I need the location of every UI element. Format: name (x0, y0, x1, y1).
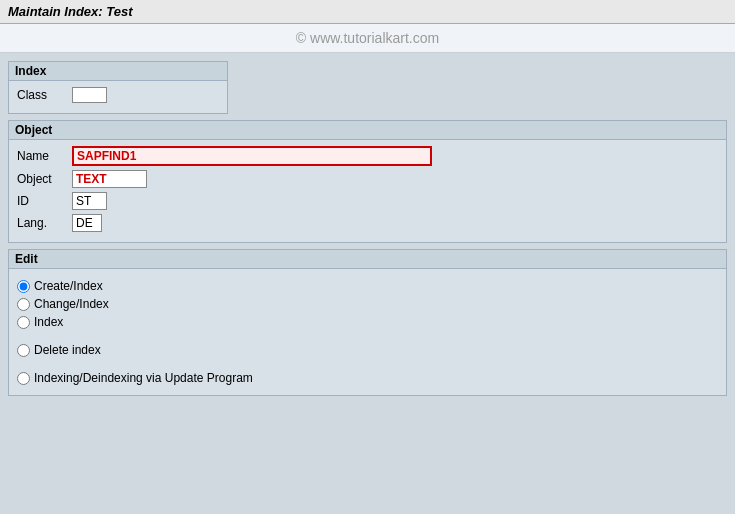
radio-delete-index-input[interactable] (17, 344, 30, 357)
name-label: Name (17, 149, 72, 163)
radio-change-index-label: Change/Index (34, 297, 109, 311)
radio-create-index-input[interactable] (17, 280, 30, 293)
radio-create-index-label: Create/Index (34, 279, 103, 293)
object-section-header: Object (9, 121, 726, 140)
lang-label: Lang. (17, 216, 72, 230)
edit-section: Edit Create/Index Change/Index Index (8, 249, 727, 396)
radio-group-1: Create/Index Change/Index Index (17, 275, 718, 333)
title-text: Maintain Index: Test (8, 4, 132, 19)
id-row: ID (17, 192, 718, 210)
id-label: ID (17, 194, 72, 208)
radio-delete-index[interactable]: Delete index (17, 343, 718, 357)
radio-delete-index-label: Delete index (34, 343, 101, 357)
object-input[interactable] (72, 170, 147, 188)
id-input[interactable] (72, 192, 107, 210)
name-row: Name (17, 146, 718, 166)
title-bar: Maintain Index: Test (0, 0, 735, 24)
index-section: Index Class (8, 61, 228, 114)
class-label: Class (17, 88, 72, 102)
radio-group-2: Delete index (17, 339, 718, 361)
radio-create-index[interactable]: Create/Index (17, 279, 718, 293)
radio-indexing-deindexing[interactable]: Indexing/Deindexing via Update Program (17, 371, 718, 385)
radio-change-index[interactable]: Change/Index (17, 297, 718, 311)
watermark-bar: © www.tutorialkart.com (0, 24, 735, 53)
object-section: Object Name Object ID Lang. (8, 120, 727, 243)
object-label: Object (17, 172, 72, 186)
radio-indexing-deindexing-label: Indexing/Deindexing via Update Program (34, 371, 253, 385)
radio-index-label: Index (34, 315, 63, 329)
object-row: Object (17, 170, 718, 188)
class-input[interactable] (72, 87, 107, 103)
radio-group-3: Indexing/Deindexing via Update Program (17, 367, 718, 389)
main-content: Index Class Object Name Object ID (0, 53, 735, 404)
radio-change-index-input[interactable] (17, 298, 30, 311)
index-section-header: Index (9, 62, 227, 81)
radio-index-input[interactable] (17, 316, 30, 329)
radio-index[interactable]: Index (17, 315, 718, 329)
edit-section-header: Edit (9, 250, 726, 269)
class-row: Class (17, 87, 219, 103)
name-input[interactable] (72, 146, 432, 166)
radio-indexing-deindexing-input[interactable] (17, 372, 30, 385)
lang-input[interactable] (72, 214, 102, 232)
watermark-text: © www.tutorialkart.com (296, 30, 439, 46)
lang-row: Lang. (17, 214, 718, 232)
